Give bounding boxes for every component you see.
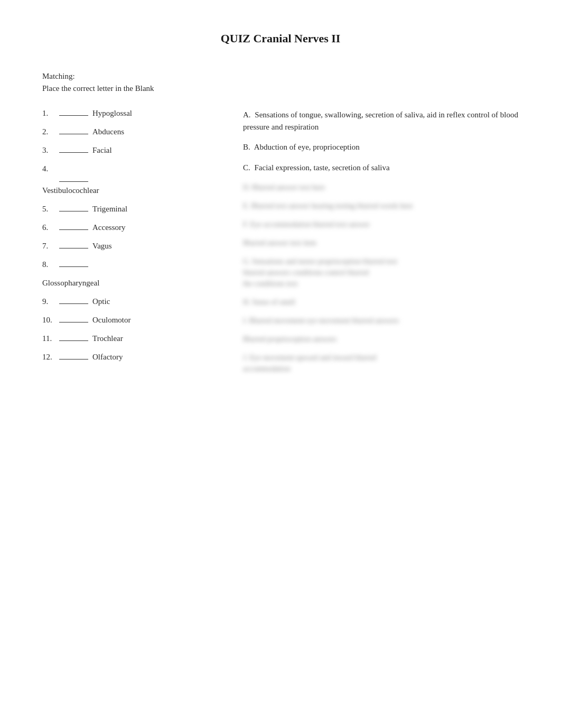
q8-number: 8.: [42, 260, 59, 269]
answer-A-text: Sensations of tongue, swallowing, secret…: [243, 110, 518, 131]
question-row-5: 5. Trigeminal: [42, 205, 222, 214]
question-block-4: 4. Vestibulocochlear: [42, 164, 222, 195]
q9-nerve: Optic: [92, 297, 110, 306]
answer-A: A. Sensations of tongue, swallowing, sec…: [243, 109, 519, 133]
answer-G-blurred: G. Sensations and motor proprioception b…: [243, 256, 519, 289]
answer-C: C. Facial expression, taste, secretion o…: [243, 162, 519, 174]
q5-blank[interactable]: [59, 211, 88, 211]
main-content: 1. Hypoglossal 2. Abducens 3. Facial 4. …: [42, 109, 519, 382]
q7-blank[interactable]: [59, 248, 88, 248]
answers-column: A. Sensations of tongue, swallowing, sec…: [243, 109, 519, 382]
q6-nerve: Accessory: [92, 223, 125, 232]
q2-number: 2.: [42, 127, 59, 136]
answer-E-blurred: E. Blurred text answer hearing testing b…: [243, 200, 519, 211]
question-row-2: 2. Abducens: [42, 127, 222, 136]
question-block-8: 8. Glossopharyngeal: [42, 260, 222, 288]
q12-number: 12.: [42, 353, 59, 362]
q10-nerve: Oculomotor: [92, 316, 131, 325]
answer-A-letter: A.: [243, 110, 251, 119]
answer-I-blurred: I. Blurred movement eye movement blurred…: [243, 315, 519, 326]
q3-blank[interactable]: [59, 152, 88, 153]
q1-number: 1.: [42, 109, 59, 118]
q11-number: 11.: [42, 334, 59, 343]
question-row-11: 11. Trochlear: [42, 334, 222, 343]
answer-B: B. Abduction of eye, proprioception: [243, 141, 519, 153]
matching-label: Matching:: [42, 72, 519, 81]
page-title: QUIZ Cranial Nerves II: [42, 32, 519, 45]
q7-nerve: Vagus: [92, 242, 112, 251]
answer-C-text: Facial expression, taste, secretion of s…: [255, 163, 390, 172]
q10-number: 10.: [42, 316, 59, 325]
q12-nerve: Olfactory: [92, 353, 123, 362]
question-row-12: 12. Olfactory: [42, 353, 222, 362]
q8-number-row: 8.: [42, 260, 222, 269]
q6-number: 6.: [42, 223, 59, 232]
q2-blank[interactable]: [59, 134, 88, 134]
q2-nerve: Abducens: [92, 127, 124, 136]
q12-blank[interactable]: [59, 359, 88, 360]
instructions-description: Place the correct letter in the Blank: [42, 84, 519, 93]
question-row-7: 7. Vagus: [42, 242, 222, 251]
q8-nerve: Glossopharyngeal: [42, 279, 222, 288]
q11-blank[interactable]: [59, 340, 88, 341]
q11-nerve: Trochlear: [92, 334, 123, 343]
q4-number-row: 4.: [42, 164, 222, 173]
question-row-3: 3. Facial: [42, 146, 222, 155]
q4-number: 4.: [42, 164, 59, 173]
answer-H-blurred: H. Sense of smell: [243, 297, 519, 308]
answer-B-text: Abduction of eye, proprioception: [254, 143, 360, 151]
q8-blank[interactable]: [59, 266, 88, 267]
question-row-10: 10. Oculomotor: [42, 316, 222, 325]
q3-number: 3.: [42, 146, 59, 155]
q4-blank[interactable]: [59, 181, 88, 182]
answer-D-blurred: D. Blurred answer text here: [243, 182, 519, 193]
q5-nerve: Trigeminal: [92, 205, 127, 214]
question-row-9: 9. Optic: [42, 297, 222, 306]
instructions-section: Matching: Place the correct letter in th…: [42, 72, 519, 93]
answer-blank2-blurred: Blurred proprioception answers: [243, 334, 519, 345]
answer-J-blurred: J. Eye movement upward and inward blurre…: [243, 352, 519, 374]
q9-blank[interactable]: [59, 303, 88, 304]
question-row-6: 6. Accessory: [42, 223, 222, 232]
q6-blank[interactable]: [59, 229, 88, 230]
question-row-1: 1. Hypoglossal: [42, 109, 222, 118]
q1-blank[interactable]: [59, 115, 88, 116]
q10-blank[interactable]: [59, 322, 88, 322]
questions-column: 1. Hypoglossal 2. Abducens 3. Facial 4. …: [42, 109, 222, 371]
q3-nerve: Facial: [92, 146, 112, 155]
q5-number: 5.: [42, 205, 59, 214]
q4-nerve: Vestibulocochlear: [42, 186, 222, 195]
answer-F-blurred: F. Eye accommodation blurred text answer: [243, 219, 519, 230]
answer-B-letter: B.: [243, 143, 250, 151]
answer-blank1-blurred: Blurred answer text item: [243, 237, 519, 248]
q7-number: 7.: [42, 242, 59, 251]
answer-C-letter: C.: [243, 163, 250, 172]
q9-number: 9.: [42, 297, 59, 306]
q1-nerve: Hypoglossal: [92, 109, 132, 118]
